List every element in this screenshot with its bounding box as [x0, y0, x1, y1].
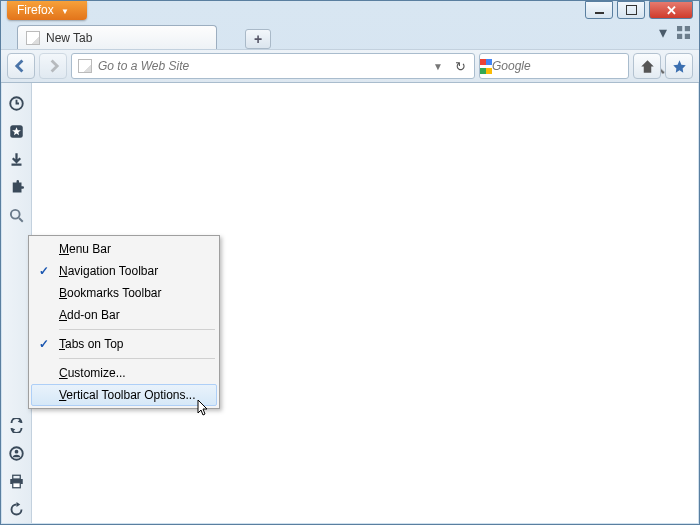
svg-rect-3 [685, 34, 690, 39]
close-button[interactable]: ✕ [649, 1, 693, 19]
context-menu-item[interactable]: Menu Bar [31, 238, 217, 260]
tab-groups-button[interactable] [676, 25, 691, 40]
new-tab-button[interactable]: + [245, 29, 271, 49]
history-icon[interactable] [5, 91, 29, 115]
svg-rect-9 [13, 475, 21, 479]
context-menu-label: Menu Bar [59, 242, 111, 256]
page-icon [26, 31, 40, 45]
home-button[interactable] [633, 53, 661, 79]
firefox-window: Firefox ▼ ✕ New Tab + ▾ [0, 0, 700, 525]
url-input[interactable] [98, 59, 423, 73]
maximize-button[interactable] [617, 1, 645, 19]
context-menu-separator [59, 329, 215, 330]
window-controls: ✕ [585, 1, 693, 19]
identity-icon[interactable] [5, 441, 29, 465]
dropdown-icon: ▼ [61, 7, 69, 16]
site-identity-icon [78, 59, 92, 73]
download-icon[interactable] [5, 147, 29, 171]
url-dropdown-icon[interactable]: ▼ [429, 61, 447, 72]
context-menu-label: Customize... [59, 366, 126, 380]
svg-rect-11 [13, 482, 21, 487]
bookmark-menu-button[interactable] [665, 53, 693, 79]
print-icon[interactable] [5, 469, 29, 493]
search-input[interactable] [492, 59, 643, 73]
app-name-label: Firefox [17, 3, 54, 17]
reload-icon[interactable]: ↻ [453, 59, 468, 74]
refresh-icon[interactable] [5, 497, 29, 521]
context-menu-item[interactable]: Tabs on Top [31, 333, 217, 355]
back-button[interactable] [7, 53, 35, 79]
forward-button[interactable] [39, 53, 67, 79]
svg-point-8 [15, 449, 19, 453]
svg-rect-2 [677, 34, 682, 39]
context-menu-label: Vertical Toolbar Options... [59, 388, 196, 402]
url-bar[interactable]: ▼ ↻ [71, 53, 475, 79]
search-bar[interactable]: 🔍 [479, 53, 629, 79]
context-menu-item[interactable]: Bookmarks Toolbar [31, 282, 217, 304]
context-menu-item[interactable]: Customize... [31, 362, 217, 384]
addon-puzzle-icon[interactable] [5, 175, 29, 199]
search-icon[interactable] [5, 203, 29, 227]
tab-new[interactable]: New Tab [17, 25, 217, 49]
context-menu-item[interactable]: Add-on Bar [31, 304, 217, 326]
svg-rect-1 [685, 26, 690, 31]
context-menu-label: Add-on Bar [59, 308, 120, 322]
context-menu-label: Bookmarks Toolbar [59, 286, 162, 300]
minimize-button[interactable] [585, 1, 613, 19]
svg-point-6 [11, 209, 20, 218]
toolbar-context-menu: Menu BarNavigation ToolbarBookmarks Tool… [28, 235, 220, 409]
context-menu-label: Navigation Toolbar [59, 264, 158, 278]
context-menu-item[interactable]: Vertical Toolbar Options... [31, 384, 217, 406]
navigation-toolbar: ▼ ↻ 🔍 [1, 49, 699, 83]
tab-strip: New Tab + ▾ [1, 21, 699, 49]
sync-icon[interactable] [5, 413, 29, 437]
titlebar: Firefox ▼ ✕ [1, 1, 699, 21]
firefox-menu-button[interactable]: Firefox ▼ [7, 1, 87, 20]
list-all-tabs-button[interactable]: ▾ [655, 25, 670, 40]
context-menu-separator [59, 358, 215, 359]
bookmark-star-icon[interactable] [5, 119, 29, 143]
context-menu-label: Tabs on Top [59, 337, 124, 351]
svg-rect-0 [677, 26, 682, 31]
context-menu-item[interactable]: Navigation Toolbar [31, 260, 217, 282]
tab-title: New Tab [46, 31, 92, 45]
